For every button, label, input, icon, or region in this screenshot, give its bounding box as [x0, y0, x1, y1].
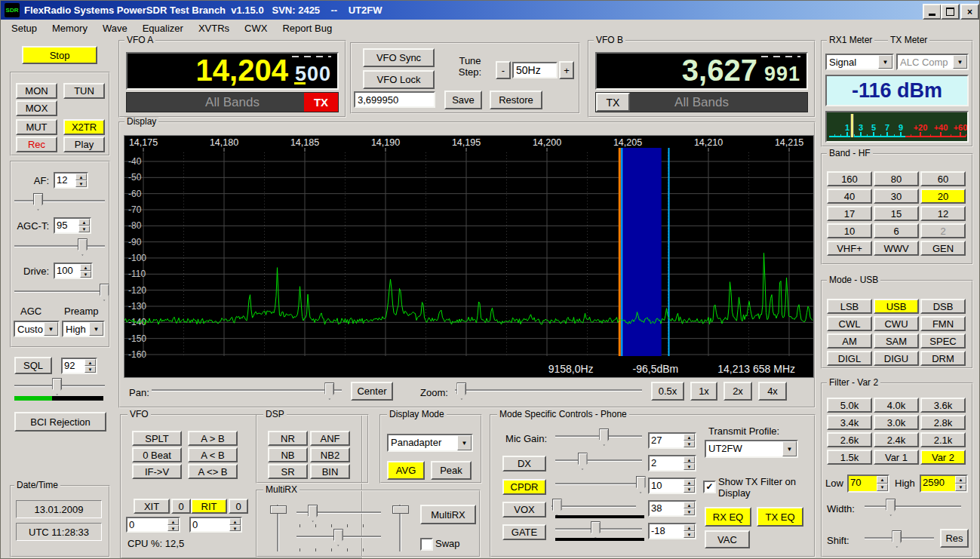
dsp-button-nb2[interactable]: NB2: [310, 447, 350, 462]
rx-eq-button[interactable]: RX EQ: [705, 507, 751, 527]
mode-button-usb[interactable]: USB: [874, 299, 919, 314]
save-button[interactable]: Save: [444, 91, 482, 109]
gate-spinner[interactable]: -18▲▼: [648, 523, 696, 539]
filter-button-var-2[interactable]: Var 2: [920, 450, 966, 465]
spinner-up-icon[interactable]: ▲: [684, 434, 695, 441]
spinner-down-icon[interactable]: ▼: [80, 271, 91, 278]
spinner-up-icon[interactable]: ▲: [877, 476, 888, 484]
title-bar[interactable]: SDR FlexRadio Systems PowerSDR Test Bran…: [1, 1, 980, 20]
band-button-60[interactable]: 60: [920, 171, 966, 186]
band-button-wwv[interactable]: WWV: [874, 241, 919, 256]
mode-button-drm[interactable]: DRM: [920, 351, 966, 366]
filter-button-var-1[interactable]: Var 1: [874, 450, 919, 465]
spinner-up-icon[interactable]: ▲: [684, 479, 695, 486]
close-button[interactable]: ×: [960, 4, 979, 20]
spinner-down-icon[interactable]: ▼: [229, 525, 241, 532]
filter-button-3.6k[interactable]: 3.6k: [920, 398, 966, 413]
transmit-profile-combo[interactable]: UT2FW▼: [705, 440, 798, 458]
sql-button[interactable]: SQL: [14, 357, 52, 374]
avg-button[interactable]: AVG: [387, 461, 425, 480]
vfo-ops-button-a-b[interactable]: A <> B: [188, 464, 238, 479]
menu-item-wave[interactable]: Wave: [95, 21, 135, 35]
maximize-button[interactable]: [941, 4, 960, 20]
minimize-button[interactable]: [923, 4, 942, 20]
slider-track[interactable]: [865, 505, 961, 508]
mode-button-fmn[interactable]: FMN: [920, 316, 966, 331]
mode-button-am[interactable]: AM: [827, 333, 872, 349]
rx-meter-combo[interactable]: Signal▼: [825, 54, 894, 70]
dsp-button-sr[interactable]: SR: [268, 464, 308, 479]
band-button-2[interactable]: 2: [920, 223, 966, 238]
multirx-pan-slider-left[interactable]: [269, 505, 286, 551]
swap-checkbox[interactable]: [420, 538, 433, 551]
cpdr-button[interactable]: CPDR: [502, 479, 546, 495]
slider-track[interactable]: [14, 200, 105, 202]
agct-spinner[interactable]: 95▲▼: [54, 217, 91, 234]
menu-item-memory[interactable]: Memory: [45, 21, 95, 35]
spinner-down-icon[interactable]: ▼: [75, 180, 87, 187]
slider-thumb[interactable]: [308, 505, 318, 522]
tun-button[interactable]: TUN: [63, 83, 105, 99]
spinner-up-icon[interactable]: ▲: [684, 502, 695, 508]
rit-zero-button[interactable]: 0: [229, 499, 248, 514]
filter-button-3.4k[interactable]: 3.4k: [827, 415, 872, 430]
filter-button-2.1k[interactable]: 2.1k: [920, 432, 966, 447]
slider-thumb[interactable]: [578, 453, 588, 470]
slider-thumb[interactable]: [324, 382, 334, 400]
mon-button[interactable]: MON: [16, 83, 57, 99]
vfo-b-tx-button[interactable]: TX: [596, 93, 630, 112]
dx-spinner[interactable]: 2▲▼: [648, 455, 696, 471]
xit-zero-button[interactable]: 0: [171, 499, 191, 514]
zoom-0.5x-button[interactable]: 0.5x: [651, 382, 684, 401]
spinner-up-icon[interactable]: ▲: [229, 518, 241, 525]
band-button-40[interactable]: 40: [827, 189, 872, 204]
xit-button[interactable]: XIT: [134, 499, 170, 514]
spinner-down-icon[interactable]: ▼: [84, 366, 96, 373]
slider-track[interactable]: [551, 505, 636, 508]
slider-track[interactable]: [455, 389, 642, 392]
cpdr-slider[interactable]: [555, 476, 642, 493]
spinner-down-icon[interactable]: ▼: [167, 525, 179, 532]
band-button-10[interactable]: 10: [827, 223, 872, 238]
band-button-gen[interactable]: GEN: [920, 241, 966, 256]
dropdown-arrow-icon[interactable]: ▼: [457, 435, 472, 450]
slider-thumb[interactable]: [886, 499, 896, 516]
menu-item-xvtrs[interactable]: XVTRs: [191, 21, 237, 35]
filter-button-4.0k[interactable]: 4.0k: [874, 398, 919, 413]
center-button[interactable]: Center: [351, 382, 393, 401]
filter-button-2.4k[interactable]: 2.4k: [874, 432, 919, 447]
filter-shift-slider[interactable]: [865, 530, 934, 547]
slider-thumb[interactable]: [33, 193, 43, 210]
filter-button-5.0k[interactable]: 5.0k: [827, 398, 872, 413]
slider-track[interactable]: [555, 483, 642, 485]
filter-high-spinner[interactable]: 2590▲▼: [920, 475, 968, 493]
stop-button[interactable]: Stop: [22, 46, 97, 64]
band-button-20[interactable]: 20: [920, 189, 966, 204]
spinner-up-icon[interactable]: ▲: [955, 476, 966, 484]
mox-button[interactable]: MOX: [16, 100, 57, 116]
vfo-ops-button-if-v[interactable]: IF->V: [132, 464, 182, 479]
gate-button[interactable]: GATE: [502, 524, 546, 540]
dsp-button-anf[interactable]: ANF: [310, 431, 350, 446]
spinner-down-icon[interactable]: ▼: [684, 463, 695, 470]
tx-eq-button[interactable]: TX EQ: [757, 507, 803, 527]
filter-reset-button[interactable]: Res: [940, 529, 969, 548]
mode-button-spec[interactable]: SPEC: [920, 333, 966, 349]
band-button-160[interactable]: 160: [827, 171, 872, 186]
multirx-pan-slider-right[interactable]: [392, 505, 408, 551]
spinner-down-icon[interactable]: ▼: [684, 486, 695, 493]
dropdown-arrow-icon[interactable]: ▼: [953, 55, 967, 69]
spinner-up-icon[interactable]: ▲: [80, 264, 91, 271]
dropdown-arrow-icon[interactable]: ▼: [44, 322, 58, 336]
vfo-ops-button-0-beat[interactable]: 0 Beat: [132, 447, 182, 462]
filter-width-slider[interactable]: [865, 499, 961, 515]
spinner-down-icon[interactable]: ▼: [684, 441, 695, 447]
menu-item-cwx[interactable]: CWX: [237, 21, 275, 35]
rit-button[interactable]: RIT: [191, 499, 227, 514]
spinner-up-icon[interactable]: ▲: [684, 456, 695, 463]
band-button-15[interactable]: 15: [874, 206, 919, 221]
vox-spinner[interactable]: 38▲▼: [648, 500, 696, 517]
dx-slider[interactable]: [555, 453, 642, 469]
drive-slider[interactable]: [14, 284, 105, 300]
vfo-a-frequency-display[interactable]: 14,204 500: [126, 52, 339, 90]
